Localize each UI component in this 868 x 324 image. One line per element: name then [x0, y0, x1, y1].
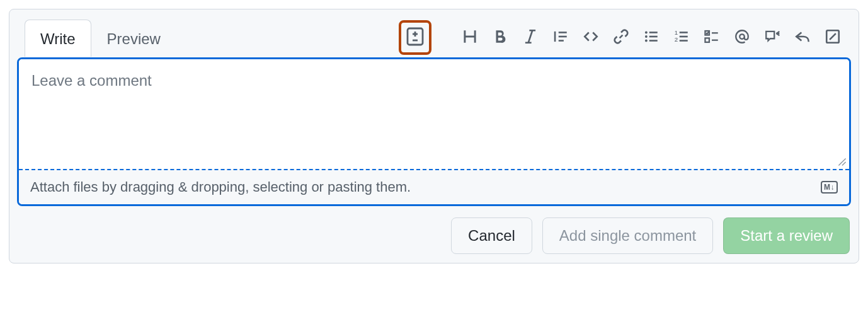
svg-rect-26: [705, 38, 709, 42]
italic-button[interactable]: [520, 26, 541, 48]
svg-rect-24: [680, 40, 688, 42]
code-icon: [583, 28, 599, 47]
svg-text:2: 2: [675, 36, 678, 43]
tabs-toolbar-row: Write Preview: [17, 17, 851, 57]
cross-reference-button[interactable]: [762, 26, 783, 48]
code-button[interactable]: [580, 26, 602, 48]
action-buttons: Cancel Add single comment Start a review: [17, 217, 851, 255]
attach-bar[interactable]: Attach files by dragging & dropping, sel…: [19, 169, 849, 204]
mention-icon: [734, 28, 750, 47]
resize-grip-icon[interactable]: [838, 158, 847, 166]
editor-frame: Attach files by dragging & dropping, sel…: [17, 57, 851, 206]
cancel-button[interactable]: Cancel: [451, 217, 532, 254]
diff-suggestion-button[interactable]: [405, 26, 425, 49]
unordered-list-icon: [643, 28, 660, 47]
offscreen-edit-icon: [825, 28, 841, 47]
heading-icon: [462, 28, 478, 47]
suggestion-highlight: [399, 20, 431, 55]
formatting-toolbar: 12: [399, 20, 851, 55]
markdown-badge-icon[interactable]: M↓: [821, 181, 838, 194]
link-button[interactable]: [610, 26, 632, 48]
attach-hint-text: Attach files by dragging & dropping, sel…: [30, 179, 821, 195]
editor-tabs: Write Preview: [25, 19, 176, 56]
unordered-list-button[interactable]: [641, 26, 662, 48]
reply-button[interactable]: [792, 26, 813, 48]
svg-line-34: [842, 162, 846, 166]
offscreen-edit-button[interactable]: [822, 26, 843, 48]
mention-button[interactable]: [731, 26, 753, 48]
tab-write[interactable]: Write: [25, 20, 91, 57]
svg-point-16: [645, 39, 648, 42]
svg-rect-17: [649, 32, 658, 33]
svg-line-32: [830, 33, 836, 40]
reply-icon: [794, 28, 811, 47]
svg-rect-18: [649, 35, 658, 37]
bold-button[interactable]: [489, 26, 511, 48]
bold-icon: [492, 28, 508, 47]
tab-preview[interactable]: Preview: [91, 20, 176, 57]
add-single-comment-button[interactable]: Add single comment: [542, 217, 713, 254]
comment-composer: Write Preview: [9, 9, 859, 263]
svg-line-9: [528, 30, 533, 43]
heading-button[interactable]: [459, 26, 481, 48]
start-review-button[interactable]: Start a review: [723, 217, 850, 254]
svg-rect-23: [680, 35, 688, 37]
svg-text:1: 1: [675, 28, 678, 35]
quote-icon: [552, 28, 569, 47]
task-list-button[interactable]: [701, 26, 722, 48]
link-icon: [613, 28, 629, 47]
svg-point-15: [645, 35, 648, 38]
editor-inner: [19, 59, 849, 169]
diff-suggestion-icon: [405, 26, 425, 49]
svg-point-14: [645, 31, 648, 33]
cross-reference-icon: [764, 28, 780, 47]
comment-textarea[interactable]: [19, 59, 849, 166]
italic-icon: [522, 28, 539, 47]
svg-rect-22: [680, 32, 688, 33]
ordered-list-icon: 12: [673, 28, 690, 47]
svg-line-33: [838, 158, 845, 165]
quote-button[interactable]: [550, 26, 571, 48]
task-list-icon: [704, 28, 720, 47]
ordered-list-button[interactable]: 12: [671, 26, 692, 48]
svg-rect-19: [649, 40, 658, 42]
